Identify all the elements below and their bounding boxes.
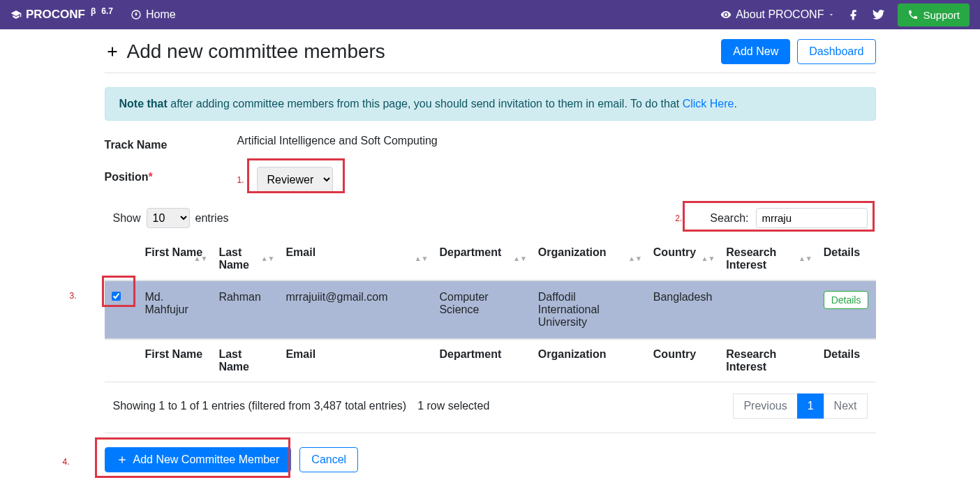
foot-details: Details [817,339,876,382]
dashboard-button[interactable]: Dashboard [797,39,875,64]
rows-selected: 1 row selected [417,400,489,412]
entries-label: entries [195,212,229,225]
brand-text: PROCONF [26,8,85,22]
add-new-button[interactable]: Add New [721,39,790,64]
foot-first-name: First Name [138,339,212,382]
details-button[interactable]: Details [824,291,869,309]
nav-home-label: Home [146,8,176,21]
add-committee-member-button[interactable]: Add New Committee Member [105,447,292,472]
members-table: First Name▲▼ Last Name▲▼ Email▲▼ Departm… [105,238,876,382]
col-department[interactable]: Department▲▼ [432,238,530,280]
support-button[interactable]: Support [898,3,970,27]
graduation-cap-icon [10,9,22,20]
foot-country: Country [646,339,720,382]
position-label: Position* [105,167,237,193]
phone-icon [907,9,919,20]
alert-text: after adding committee members from this… [168,98,683,110]
col-research[interactable]: Research Interest▲▼ [719,238,816,280]
cell-country: Bangladesh [646,280,720,339]
marker-3: 3. [70,291,77,301]
col-first-name[interactable]: First Name▲▼ [138,238,212,280]
marker-1: 1. [237,175,244,185]
plus-icon [117,454,128,465]
page-1[interactable]: 1 [797,393,824,419]
foot-department: Department [432,339,530,382]
brand-logo[interactable]: PROCONF β 6.7 [10,8,113,22]
page-header: Add new committee members Add New Dashbo… [105,39,876,73]
cell-email: mrrajuiit@gmail.com [279,280,432,339]
twitter-icon[interactable] [873,8,885,21]
row-checkbox[interactable] [112,292,121,301]
col-details: Details [817,238,876,280]
version-text: 6.7 [101,6,113,16]
about-dropdown[interactable]: About PROCONF [720,8,835,21]
table-row[interactable]: 3. Md. Mahfujur Rahman mrrajuiit@gmail.c… [105,280,876,339]
marker-4: 4. [63,457,70,467]
track-name-label: Track Name [105,135,237,151]
nav-home[interactable]: Home [131,8,176,21]
foot-email: Email [279,339,432,382]
position-select[interactable]: Reviewer [257,167,333,193]
pagination: Previous 1 Next [734,393,867,419]
info-alert: Note that after adding committee members… [105,87,876,121]
cell-first-name: Md. Mahfujur [138,280,212,339]
track-name-value: Artificial Intelligence and Soft Computi… [237,135,876,151]
foot-research: Research Interest [719,339,816,382]
page-prev[interactable]: Previous [733,393,797,419]
col-email[interactable]: Email▲▼ [279,238,432,280]
search-input[interactable] [756,208,868,228]
cancel-button[interactable]: Cancel [299,447,358,472]
dashboard-icon [131,9,142,20]
entries-select[interactable]: 10 [147,208,190,228]
foot-organization: Organization [531,339,646,382]
cell-organization: Daffodil International University [531,280,646,339]
cell-department: Computer Science [432,280,530,339]
support-label: Support [923,9,960,21]
col-country[interactable]: Country▲▼ [646,238,720,280]
page-title: Add new committee members [127,40,385,63]
facebook-icon[interactable] [847,8,860,21]
click-here-link[interactable]: Click Here [683,98,734,110]
marker-2: 2. [675,213,682,223]
chevron-down-icon [828,11,835,18]
cell-last-name: Rahman [211,280,279,339]
page-next[interactable]: Next [824,393,868,419]
beta-icon: β [91,6,96,16]
search-label: Search: [710,212,748,225]
show-label: Show [113,212,141,225]
eye-icon [720,9,732,20]
table-info: Showing 1 to 1 of 1 entries (filtered fr… [113,400,407,412]
cell-research [719,280,816,339]
foot-last-name: Last Name [211,339,279,382]
add-committee-label: Add New Committee Member [133,453,280,466]
note-label: Note that [119,98,168,110]
plus-icon [105,44,120,59]
col-last-name[interactable]: Last Name▲▼ [211,238,279,280]
about-label: About PROCONF [736,8,824,21]
col-organization[interactable]: Organization▲▼ [531,238,646,280]
navbar: PROCONF β 6.7 Home About PROCONF Support [0,0,980,29]
